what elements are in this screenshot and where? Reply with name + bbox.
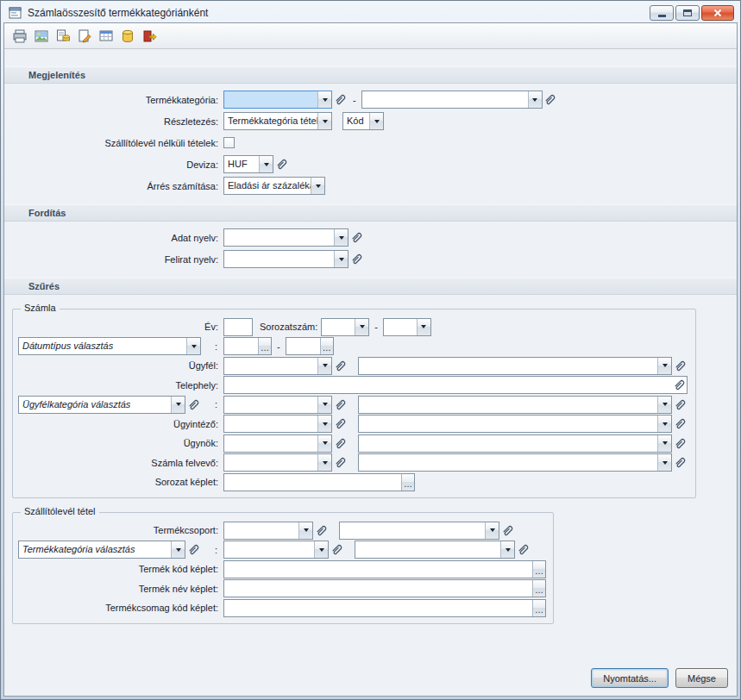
site-field[interactable]	[223, 376, 688, 394]
paperclip-button[interactable]	[332, 434, 348, 453]
product-code-formula-input[interactable]	[224, 561, 532, 578]
toolbar	[4, 23, 737, 49]
print-dialog-button[interactable]: Nyomtatás...	[591, 668, 669, 688]
paperclip-button[interactable]	[515, 541, 531, 559]
paperclip-button[interactable]	[672, 357, 688, 375]
paperclip-button[interactable]	[332, 415, 348, 433]
product-group-code-combo[interactable]	[223, 522, 313, 540]
customer-name-combo[interactable]	[358, 357, 672, 375]
chevron-down-icon	[657, 435, 671, 452]
ellipsis-button[interactable]: …	[532, 600, 545, 616]
paperclip-button[interactable]	[332, 453, 348, 472]
invoice-recorder-code-combo[interactable]	[223, 453, 332, 472]
paperclip-button[interactable]	[332, 396, 348, 414]
customer-category-code-combo[interactable]	[223, 396, 332, 414]
paperclip-button[interactable]	[672, 396, 688, 414]
product-category-selector-combo[interactable]: Termékkategória választás	[18, 541, 185, 559]
product-name-formula-field[interactable]: …	[223, 579, 546, 597]
date-from-input[interactable]	[224, 338, 258, 354]
package-code-formula-field[interactable]: …	[223, 599, 546, 617]
ellipsis-button[interactable]: …	[258, 338, 271, 354]
maximize-icon	[683, 9, 692, 16]
export-button[interactable]	[53, 26, 73, 47]
invoice-group-title: Számla	[21, 303, 60, 313]
product-category-to-combo[interactable]	[361, 91, 543, 109]
paperclip-button[interactable]	[671, 377, 687, 393]
serial-formula-input[interactable]	[224, 474, 401, 491]
agent-code-combo[interactable]	[223, 434, 332, 453]
paperclip-button[interactable]	[672, 434, 688, 453]
maximize-button[interactable]	[675, 5, 700, 21]
date-to-input[interactable]	[286, 338, 320, 354]
date-type-selector-combo[interactable]: Dátumtípus választás	[18, 337, 201, 355]
customer-code-combo[interactable]	[223, 357, 332, 375]
ellipsis-button[interactable]: …	[532, 580, 545, 597]
site-input[interactable]	[224, 377, 671, 393]
ellipsis-button[interactable]: …	[532, 561, 545, 578]
clerk-name-combo[interactable]	[358, 415, 672, 433]
paperclip-icon	[673, 378, 686, 391]
paperclip-icon	[674, 417, 687, 430]
invoice-recorder-name-combo[interactable]	[358, 453, 672, 472]
product-category-from-combo[interactable]	[223, 91, 332, 109]
minimize-button[interactable]	[650, 5, 674, 21]
customer-category-name-combo[interactable]	[358, 396, 672, 414]
paperclip-button[interactable]	[349, 250, 364, 268]
chevron-down-icon	[657, 416, 671, 432]
detail-code-combo[interactable]: Kód	[342, 112, 384, 130]
product-code-formula-field[interactable]: …	[223, 560, 546, 578]
paperclip-button[interactable]	[349, 228, 364, 247]
paperclip-icon	[674, 398, 687, 411]
paperclip-button[interactable]	[329, 541, 344, 559]
window-title: Számlaösszesítő termékkategóriánként	[28, 7, 650, 19]
product-name-formula-input[interactable]	[224, 580, 532, 597]
paperclip-button[interactable]	[185, 396, 201, 414]
table-button[interactable]	[96, 26, 116, 47]
detail-combo[interactable]: Termékkategória tétel	[223, 112, 332, 130]
paperclip-button[interactable]	[273, 155, 289, 173]
paperclip-button[interactable]	[313, 522, 329, 540]
paperclip-button[interactable]	[332, 357, 348, 375]
product-group-row: Termékcsoport:	[18, 522, 548, 540]
clerk-code-combo[interactable]	[223, 415, 332, 433]
customer-category-selector-combo[interactable]: Ügyfélkategória választás	[18, 396, 185, 414]
database-button[interactable]	[117, 26, 138, 47]
margin-combo[interactable]: Eladási ár százaléka	[223, 177, 325, 195]
ellipsis-button[interactable]: …	[401, 474, 414, 491]
close-button[interactable]	[701, 5, 734, 21]
preview-button[interactable]	[31, 26, 52, 47]
ellipsis-button[interactable]: …	[320, 338, 333, 354]
product-group-name-combo[interactable]	[339, 522, 499, 540]
paperclip-button[interactable]	[672, 453, 688, 472]
date-to-field[interactable]: …	[286, 337, 334, 355]
paperclip-button[interactable]	[672, 415, 688, 433]
edit-button[interactable]	[74, 26, 95, 47]
date-from-field[interactable]: …	[223, 337, 272, 355]
package-code-formula-input[interactable]	[224, 600, 532, 616]
paperclip-icon	[334, 456, 347, 469]
paperclip-button[interactable]	[543, 91, 558, 109]
serial-formula-field[interactable]: …	[223, 473, 415, 491]
cancel-button[interactable]: Mégse	[675, 668, 728, 688]
serial-from-combo[interactable]	[321, 318, 369, 336]
currency-combo[interactable]: HUF	[223, 155, 273, 173]
paperclip-button[interactable]	[499, 522, 515, 540]
year-label: Év:	[18, 322, 223, 332]
caption-language-combo[interactable]	[223, 250, 349, 268]
no-delivery-note-checkbox[interactable]	[223, 137, 235, 148]
chevron-down-icon	[657, 397, 671, 413]
chevron-down-icon	[171, 397, 185, 413]
product-category-code-combo[interactable]	[223, 541, 329, 559]
paperclip-button[interactable]	[332, 91, 348, 109]
serial-to-combo[interactable]	[383, 318, 431, 336]
exit-button[interactable]	[139, 26, 160, 47]
customer-category-row: Ügyfélkategória választás :	[18, 396, 690, 414]
paperclip-button[interactable]	[185, 541, 201, 559]
data-language-combo[interactable]	[223, 228, 349, 247]
year-input[interactable]	[223, 318, 253, 336]
print-button[interactable]	[9, 26, 30, 47]
edit-icon	[77, 28, 92, 44]
product-category-name-combo[interactable]	[355, 541, 515, 559]
package-code-formula-label: Termékcsomag kód képlet:	[18, 603, 223, 613]
agent-name-combo[interactable]	[358, 434, 672, 453]
